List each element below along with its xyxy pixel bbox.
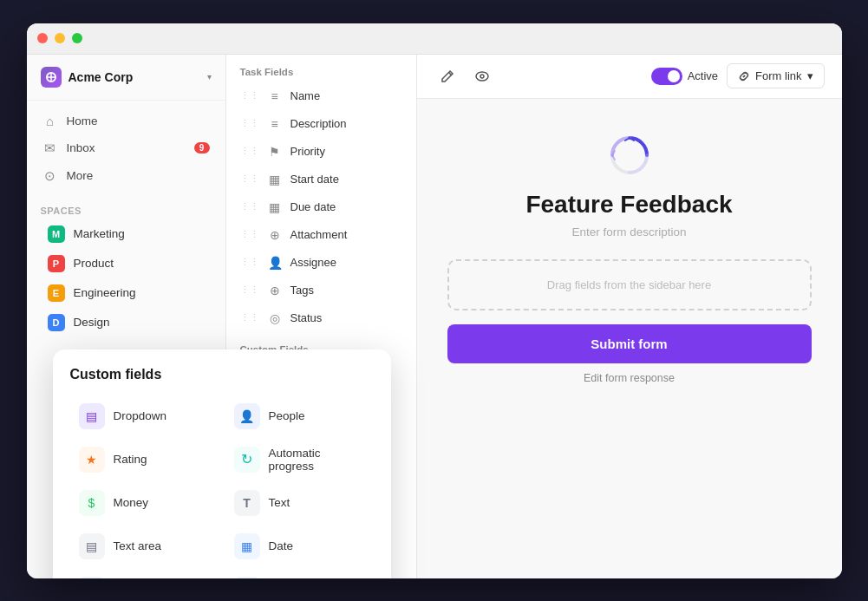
field-status[interactable]: ⋮⋮ ◎ Status (226, 304, 416, 332)
product-avatar: P (48, 255, 65, 272)
more-icon: ⊙ (42, 168, 58, 184)
website-icon: ⊕ (234, 577, 260, 578)
spinner-icon (608, 134, 651, 177)
field-description-label: Description (290, 117, 347, 130)
toolbar-right: Active Form link ▾ (651, 63, 825, 88)
rating-label: Rating (114, 453, 147, 466)
form-link-label: Form link (755, 69, 801, 82)
field-assignee[interactable]: ⋮⋮ 👤 Assignee (226, 249, 416, 277)
sidebar-item-engineering[interactable]: E Engineering (34, 278, 219, 308)
field-due-date[interactable]: ⋮⋮ ▦ Due date (226, 193, 416, 221)
company-name: Acme Corp (69, 70, 134, 84)
attachment-field-icon: ⊕ (268, 228, 282, 242)
desc-field-icon: ≡ (268, 117, 282, 131)
minimize-button[interactable] (55, 33, 65, 43)
close-button[interactable] (37, 33, 48, 43)
field-tags[interactable]: ⋮⋮ ⊕ Tags (226, 277, 416, 304)
field-attachment[interactable]: ⋮⋮ ⊕ Attachment (226, 221, 416, 249)
design-label: Design (74, 316, 110, 329)
marketing-avatar: M (48, 225, 65, 243)
drag-handle-due: ⋮⋮ (240, 201, 259, 212)
form-title: Feature Feedback (525, 191, 732, 219)
date-icon: ▦ (234, 533, 260, 559)
company-chevron: ▾ (207, 72, 212, 82)
text-area-icon: ▤ (79, 533, 105, 559)
field-option-text-area[interactable]: ▤ Text area (70, 526, 219, 566)
rating-icon: ★ (79, 447, 105, 473)
start-date-field-icon: ▦ (268, 173, 282, 186)
sidebar-item-product[interactable]: P Product (34, 249, 219, 278)
field-due-date-label: Due date (290, 200, 336, 213)
sidebar-item-design[interactable]: D Design (34, 308, 219, 337)
sidebar-item-inbox-label: Inbox (67, 141, 95, 154)
field-priority[interactable]: ⋮⋮ ⚑ Priority (226, 138, 416, 166)
text-icon: T (234, 490, 260, 516)
spaces-section-label: Spaces (27, 197, 225, 219)
assignee-field-icon: 👤 (268, 256, 282, 270)
titlebar (27, 23, 842, 55)
field-option-number[interactable]: # Number (70, 570, 219, 578)
custom-fields-popup-title: Custom fields (70, 367, 374, 382)
product-label: Product (74, 257, 114, 270)
drag-handle-desc: ⋮⋮ (240, 118, 259, 129)
maximize-button[interactable] (72, 33, 82, 43)
field-option-dropdown[interactable]: ▤ Dropdown (70, 396, 219, 436)
active-label: Active (688, 69, 718, 82)
priority-field-icon: ⚑ (268, 145, 282, 159)
form-link-button[interactable]: Form link ▾ (727, 63, 824, 88)
field-start-date[interactable]: ⋮⋮ ▦ Start date (226, 166, 416, 193)
engineering-label: Engineering (74, 286, 136, 299)
field-option-website[interactable]: ⊕ Website (225, 570, 374, 578)
field-option-money[interactable]: $ Money (70, 483, 219, 523)
field-option-people[interactable]: 👤 People (225, 396, 374, 436)
custom-fields-popup-overlay: Custom fields ▤ Dropdown 👤 People ★ Rati… (53, 349, 391, 578)
status-field-icon: ◎ (268, 311, 282, 325)
sidebar-item-inbox[interactable]: ✉ Inbox 9 (34, 134, 219, 162)
name-field-icon: ≡ (268, 89, 282, 103)
form-description-placeholder: Enter form description (571, 225, 686, 238)
field-option-auto-progress[interactable]: ↻ Automatic progress (225, 440, 374, 480)
custom-fields-grid: ▤ Dropdown 👤 People ★ Rating ↻ Automatic… (70, 396, 374, 578)
field-option-text[interactable]: T Text (225, 483, 374, 523)
field-status-label: Status (290, 311, 323, 324)
people-icon: 👤 (234, 403, 260, 429)
sidebar-item-home[interactable]: ⌂ Home (34, 108, 219, 134)
active-toggle[interactable]: Active (651, 68, 718, 85)
form-toolbar: Active Form link ▾ (417, 55, 842, 99)
due-date-field-icon: ▦ (268, 200, 282, 214)
drag-handle-start: ⋮⋮ (240, 173, 259, 185)
drag-handle-priority: ⋮⋮ (240, 146, 259, 157)
sidebar-nav: ⌂ Home ✉ Inbox 9 ⊙ More (27, 101, 225, 197)
toggle-switch[interactable] (651, 68, 682, 85)
field-tags-label: Tags (290, 284, 314, 297)
edit-button[interactable] (434, 63, 460, 89)
people-label: People (269, 409, 305, 422)
sidebar-item-marketing[interactable]: M Marketing (34, 219, 219, 249)
field-priority-label: Priority (290, 145, 325, 158)
drag-handle-name: ⋮⋮ (240, 90, 259, 101)
company-header[interactable]: Acme Corp ▾ (27, 55, 225, 101)
field-option-date[interactable]: ▦ Date (225, 526, 374, 566)
task-fields-label: Task Fields (226, 55, 416, 82)
text-label: Text (269, 496, 290, 509)
submit-form-button[interactable]: Submit form (447, 324, 812, 363)
money-icon: $ (79, 490, 105, 516)
main-area: Active Form link ▾ (417, 55, 842, 578)
preview-button[interactable] (469, 63, 495, 89)
tags-field-icon: ⊕ (268, 284, 282, 297)
auto-progress-label: Automatic progress (269, 447, 365, 473)
field-option-rating[interactable]: ★ Rating (70, 440, 219, 480)
form-link-chevron: ▾ (807, 69, 813, 82)
edit-form-response-link[interactable]: Edit form response (584, 372, 675, 384)
sidebar-item-more[interactable]: ⊙ More (34, 162, 219, 190)
drag-handle-assignee: ⋮⋮ (240, 257, 259, 268)
sidebar-item-home-label: Home (67, 114, 98, 127)
date-label: Date (269, 539, 294, 552)
field-start-date-label: Start date (290, 173, 339, 186)
drop-zone: Drag fields from the sidebar here (447, 259, 812, 310)
field-description[interactable]: ⋮⋮ ≡ Description (226, 110, 416, 138)
money-label: Money (114, 496, 149, 509)
svg-point-2 (480, 75, 484, 78)
drag-handle-status: ⋮⋮ (240, 312, 259, 323)
field-name[interactable]: ⋮⋮ ≡ Name (226, 82, 416, 110)
